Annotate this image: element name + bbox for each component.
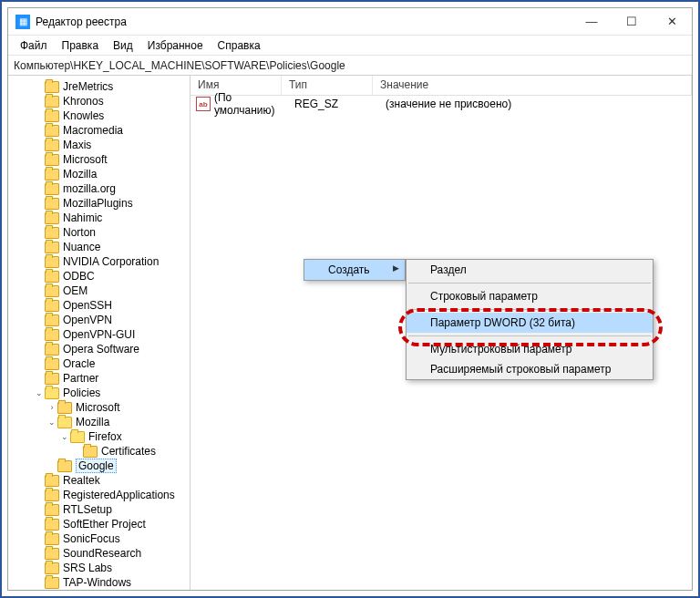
folder-icon (45, 242, 59, 253)
folder-icon (45, 300, 59, 312)
registry-tree[interactable]: JreMetricsKhronosKnowlesMacromediaMaxisM… (8, 76, 190, 590)
tree-item[interactable]: TAP-Windows (8, 575, 190, 590)
tree-item[interactable]: Google (8, 459, 190, 473)
folder-icon (45, 169, 59, 180)
expand-icon[interactable]: › (46, 403, 57, 412)
tree-item[interactable]: RTLSetup (8, 502, 190, 517)
tree-item[interactable]: Microsoft (8, 152, 190, 167)
folder-icon (45, 271, 59, 283)
tree-item[interactable]: SoftEther Project (8, 517, 190, 531)
tree-item[interactable]: Nahimic (8, 211, 190, 225)
tree-item[interactable]: Mozilla (8, 167, 190, 181)
tree-item[interactable]: JreMetrics (8, 79, 190, 94)
tree-item[interactable]: ⌄Firefox (8, 429, 190, 444)
tree-item-label: Nahimic (63, 211, 102, 224)
context-submenu-new[interactable]: РазделСтроковый параметрПараметр DWORD (… (406, 259, 654, 380)
folder-icon (45, 504, 59, 516)
col-type[interactable]: Тип (282, 76, 373, 95)
menu-item[interactable]: Раздел (407, 260, 653, 280)
window-controls: — ☐ ✕ (571, 8, 692, 36)
tree-item[interactable]: ›Microsoft (8, 400, 190, 415)
tree-item[interactable]: Realtek (8, 473, 190, 488)
tree-item-label: Mozilla (63, 168, 97, 180)
tree-item[interactable]: Norton (8, 225, 190, 240)
tree-item[interactable]: Khronos (8, 94, 190, 108)
tree-item-label: Knowles (63, 109, 104, 122)
list-row[interactable]: ab(По умолчанию)REG_SZ(значение не присв… (190, 96, 692, 112)
tree-item-label: Microsoft (76, 401, 120, 414)
menu-item[interactable]: Мультистроковый параметр (407, 339, 653, 359)
tree-item[interactable]: RegisteredApplications (8, 488, 190, 502)
tree-item[interactable]: ⌄Mozilla (8, 415, 190, 429)
folder-icon (57, 402, 72, 414)
tree-item[interactable]: SonicFocus (8, 531, 190, 546)
tree-item-label: SonicFocus (63, 532, 120, 545)
tree-item[interactable]: OpenVPN-GUI (8, 327, 190, 342)
tree-item[interactable]: mozilla.org (8, 181, 190, 196)
tree-item[interactable]: OEM (8, 284, 190, 298)
tree-item[interactable]: Certificates (8, 444, 190, 459)
tree-item-label: OpenSSH (63, 299, 112, 312)
content-area: JreMetricsKhronosKnowlesMacromediaMaxisM… (8, 76, 692, 590)
folder-icon (45, 387, 59, 399)
expand-icon[interactable]: ⌄ (34, 388, 45, 397)
menu-favorites[interactable]: Избранное (141, 37, 210, 54)
tree-item[interactable]: Knowles (8, 108, 190, 123)
tree-item-label: TAP-Windows (63, 576, 131, 589)
menu-item[interactable]: Параметр DWORD (32 бита) (407, 313, 653, 333)
menu-item[interactable]: Расширяемый строковый параметр (407, 359, 653, 379)
tree-item-label: Policies (63, 387, 100, 399)
menu-item[interactable]: Строковый параметр (407, 286, 653, 306)
tree-item[interactable]: ⌄Policies (8, 386, 190, 400)
tree-item[interactable]: SRS Labs (8, 561, 190, 575)
tree-item-label: Partner (63, 372, 98, 385)
folder-icon (45, 227, 59, 239)
address-bar[interactable]: Компьютер\HKEY_LOCAL_MACHINE\SOFTWARE\Po… (8, 56, 692, 76)
folder-icon (45, 577, 59, 589)
close-button[interactable]: ✕ (652, 8, 692, 36)
value-name: (По умолчанию) (214, 91, 287, 117)
menu-help[interactable]: Справка (211, 37, 267, 54)
menu-separator (408, 335, 651, 336)
tree-item[interactable]: ODBC (8, 269, 190, 284)
tree-item-label: Nuance (63, 241, 100, 253)
tree-pane: JreMetricsKhronosKnowlesMacromediaMaxisM… (8, 76, 190, 590)
tree-item-label: mozilla.org (63, 182, 116, 195)
app-icon: ▦ (15, 15, 30, 29)
tree-item[interactable]: NVIDIA Corporation (8, 254, 190, 269)
tree-item[interactable]: Nuance (8, 240, 190, 254)
value-data: (значение не присвоено) (378, 98, 692, 110)
folder-icon (45, 139, 59, 151)
tree-item-label: OpenVPN (63, 314, 112, 326)
tree-item[interactable]: Partner (8, 371, 190, 386)
expand-icon[interactable]: ⌄ (46, 418, 57, 427)
folder-icon (70, 431, 85, 443)
tree-item[interactable]: OpenSSH (8, 298, 190, 313)
menu-file[interactable]: Файл (14, 37, 54, 54)
tree-item[interactable]: Maxis (8, 138, 190, 152)
maximize-button[interactable]: ☐ (612, 8, 652, 36)
tree-item[interactable]: Oracle (8, 356, 190, 371)
tree-item[interactable]: Macromedia (8, 123, 190, 138)
tree-item-label: RegisteredApplications (63, 489, 175, 501)
col-value[interactable]: Значение (373, 76, 692, 95)
tree-item[interactable]: SoundResearch (8, 546, 190, 561)
tree-item-label: Opera Software (63, 343, 139, 356)
tree-item[interactable]: Opera Software (8, 342, 190, 356)
tree-item[interactable]: MozillaPlugins (8, 196, 190, 211)
screenshot-frame: ▦ Редактор реестра — ☐ ✕ Файл Правка Вид… (0, 0, 700, 598)
menu-edit[interactable]: Правка (56, 37, 106, 54)
tree-item-label: Macromedia (63, 124, 123, 137)
tree-item[interactable]: OpenVPN (8, 313, 190, 327)
tree-item-label: Norton (63, 226, 96, 239)
folder-icon (57, 417, 72, 428)
tree-item-label: Realtek (63, 474, 100, 487)
folder-icon (45, 314, 59, 326)
menu-item[interactable]: Создать (304, 260, 405, 280)
tree-item-label: SoundResearch (63, 547, 141, 560)
minimize-button[interactable]: — (571, 8, 612, 36)
expand-icon[interactable]: ⌄ (59, 432, 70, 441)
context-menu[interactable]: Создать (304, 259, 406, 281)
folder-icon (45, 96, 59, 108)
menu-view[interactable]: Вид (107, 37, 139, 54)
